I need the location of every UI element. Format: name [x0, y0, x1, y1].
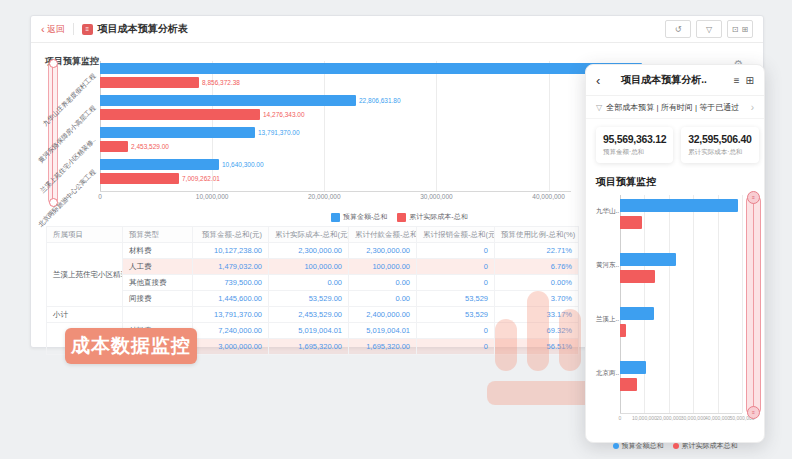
- toolbar-divider: [73, 23, 74, 35]
- axis-tick-label: 30,000,000: [420, 193, 453, 200]
- bar-budget[interactable]: [100, 159, 219, 170]
- value-cell: 3.70%: [495, 291, 579, 307]
- bar-actual[interactable]: [620, 324, 626, 337]
- bar-value-label: 14,276,343.00: [263, 109, 305, 120]
- legend-dot-blue: [613, 443, 619, 449]
- legend-label: 累计实际成本-总和: [409, 212, 467, 222]
- screenshot-stage: ‹ 返回 ≡ 项目成本预算分析表 ↺ ▽ ⊡ ⊞ 项目预算监控 ⚙: [0, 0, 792, 459]
- grid-view-icon[interactable]: ⊞: [746, 75, 754, 86]
- value-cell: 56.51%: [495, 339, 579, 355]
- legend-item-actual[interactable]: 累计实际成本-总和: [397, 212, 467, 222]
- slider-track-line: [753, 202, 754, 408]
- bar-value-label: 10,640,300.00: [222, 159, 264, 170]
- bar-actual[interactable]: [620, 216, 642, 229]
- export-button[interactable]: ⊡ ⊞: [727, 20, 753, 38]
- table-header-cell: 累计实际成本-总和(元): [269, 227, 349, 243]
- budget-type-cell: 人工费: [123, 259, 193, 275]
- category-label: 北京两..: [596, 369, 619, 378]
- bar-budget[interactable]: [620, 199, 738, 212]
- filter-button[interactable]: ▽: [696, 20, 722, 38]
- bar-actual[interactable]: [620, 270, 655, 283]
- table-row[interactable]: 间接费1,445,600.0053,529.000.0053,5293.70%: [47, 291, 579, 307]
- stat-value: 32,595,506.40: [688, 133, 751, 145]
- bar-budget[interactable]: [100, 127, 255, 138]
- table-header-cell: 所属项目: [47, 227, 123, 243]
- bar-actual[interactable]: [100, 173, 179, 184]
- mobile-filter-bar[interactable]: ▽ 全部成本预算 | 所有时间 | 等于已通过 ›: [586, 96, 764, 119]
- bar-actual[interactable]: [620, 378, 637, 391]
- legend-label: 累计实际成本总和: [682, 441, 738, 451]
- bar-budget[interactable]: [100, 63, 642, 74]
- legend-dot-red: [673, 443, 679, 449]
- stat-label: 累计实际成本·总和: [688, 148, 751, 157]
- table-row[interactable]: 兰溪上苑住宅小区精装修第...材料费10,127,238.002,300,000…: [47, 243, 579, 259]
- back-label: 返回: [47, 23, 65, 36]
- value-cell: 1,445,600.00: [193, 291, 269, 307]
- table-header-row: 所属项目预算类型预算金额-总和(元)累计实际成本-总和(元)累计付款金额-总和(…: [47, 227, 579, 243]
- value-cell: 100,000.00: [349, 259, 417, 275]
- back-button[interactable]: ‹ 返回: [41, 23, 65, 36]
- bar-actual[interactable]: [100, 141, 128, 152]
- budget-type-cell: 其他直接费: [123, 275, 193, 291]
- table-row[interactable]: 小计13,791,370.002,453,529.002,400,000.005…: [47, 307, 579, 323]
- share-button[interactable]: ↺: [665, 20, 691, 38]
- mobile-datazoom-slider[interactable]: ≡ ≡: [746, 195, 761, 415]
- gridline: [693, 195, 694, 413]
- slider-top-handle[interactable]: ≡: [747, 191, 760, 204]
- table-header-cell: 累计报销金额-总和(元): [417, 227, 495, 243]
- axis-tick-label: 40,000,000: [532, 193, 565, 200]
- legend-item-actual[interactable]: 累计实际成本总和: [673, 441, 738, 451]
- export-grid-icon: ⊞: [742, 25, 749, 34]
- value-cell: 13,791,370.00: [193, 307, 269, 323]
- legend-item-budget[interactable]: 预算金额-总和: [331, 212, 387, 222]
- bar-value-label: 7,009,262.01: [182, 173, 220, 184]
- table-header-cell: 预算金额-总和(元): [193, 227, 269, 243]
- legend-swatch-red: [397, 213, 406, 222]
- gridline: [549, 61, 550, 191]
- project-cell: 兰溪上苑住宅小区精装修第...: [47, 243, 123, 307]
- budget-bar-chart: 010,000,00020,000,00030,000,00040,000,00…: [100, 61, 571, 192]
- bar-value-label: 8,856,372.38: [202, 77, 240, 88]
- table-row[interactable]: 人工费1,479,032.00100,000.00100,000.0006.76…: [47, 259, 579, 275]
- value-cell: 1,695,320.00: [269, 339, 349, 355]
- list-view-icon[interactable]: ≡: [734, 75, 740, 86]
- mobile-bar-chart: 010,000,00020,000,00030,000,00040,000,00…: [620, 195, 742, 414]
- value-cell: 53,529: [417, 291, 495, 307]
- value-cell: 2,300,000.00: [269, 243, 349, 259]
- table-header-cell: 预算使用比例-总和(%): [495, 227, 579, 243]
- category-label: 北京两际旅游中心公寓工程: [37, 168, 99, 230]
- value-cell: 739,500.00: [193, 275, 269, 291]
- stat-card-actual[interactable]: 32,595,506.40 累计实际成本·总和: [681, 127, 758, 163]
- value-cell: 0.00: [349, 275, 417, 291]
- budget-type-cell: [123, 307, 193, 323]
- project-cell: 小计: [47, 307, 123, 323]
- table-header-cell: 预算类型: [123, 227, 193, 243]
- bar-budget[interactable]: [100, 95, 356, 106]
- mobile-title: 项目成本预算分析..: [600, 73, 727, 87]
- legend-item-budget[interactable]: 预算金额总和: [613, 441, 664, 451]
- bar-budget[interactable]: [620, 307, 654, 320]
- stat-card-budget[interactable]: 95,569,363.12 预算金额·总和: [596, 127, 673, 163]
- bar-budget[interactable]: [620, 361, 646, 374]
- value-cell: 7,240,000.00: [193, 323, 269, 339]
- table-row[interactable]: 其他直接费739,500.000.000.0000.00%: [47, 275, 579, 291]
- print-icon: ⊡: [732, 25, 739, 34]
- value-cell: 2,300,000.00: [349, 243, 417, 259]
- value-cell: 3,000,000.00: [193, 339, 269, 355]
- bar-value-label: 2,453,529.00: [131, 141, 169, 152]
- mobile-filter-text: 全部成本预算 | 所有时间 | 等于已通过: [606, 102, 739, 113]
- bar-actual[interactable]: [100, 77, 199, 88]
- bar-actual[interactable]: [100, 109, 260, 120]
- gridline: [669, 195, 670, 413]
- filter-icon: ▽: [706, 25, 712, 34]
- bar-value-label: 22,806,631.80: [359, 95, 401, 106]
- report-app-icon: ≡: [82, 24, 93, 35]
- value-cell: 5,019,004.01: [349, 323, 417, 339]
- bar-budget[interactable]: [620, 253, 676, 266]
- value-cell: 53,529.00: [269, 291, 349, 307]
- chart-legend: 预算金额-总和 累计实际成本-总和: [331, 212, 468, 222]
- value-cell: 6.76%: [495, 259, 579, 275]
- value-cell: 0: [417, 275, 495, 291]
- slider-top-handle[interactable]: [49, 59, 58, 68]
- slider-bottom-handle[interactable]: ≡: [747, 406, 760, 419]
